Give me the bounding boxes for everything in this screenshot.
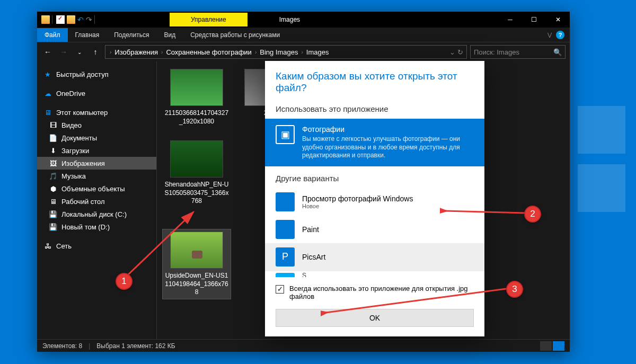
breadcrumb-seg[interactable]: Bing Images xyxy=(258,48,300,56)
sidebar-3d-objects[interactable]: ⬢Объемные объекты xyxy=(37,182,156,195)
breadcrumb-seg[interactable]: Images xyxy=(304,48,331,56)
app-more[interactable]: S xyxy=(265,271,484,277)
sidebar-this-pc[interactable]: 🖥Этот компьютер xyxy=(37,106,156,119)
breadcrumb-path[interactable]: › Изображения › Сохраненные фотографии ›… xyxy=(105,45,467,59)
ribbon-tab-share[interactable]: Поделиться xyxy=(107,28,156,42)
forward-button: → xyxy=(57,48,70,56)
file-item-selected[interactable]: UpsideDown_EN-US11104198464_1366x768 xyxy=(162,229,231,299)
sidebar-videos[interactable]: 🎞Видео xyxy=(37,119,156,131)
breadcrumb-seg[interactable]: Сохраненные фотографии xyxy=(164,48,253,56)
photos-icon: ▣ xyxy=(276,125,295,144)
app-picsart[interactable]: P PicsArt xyxy=(265,243,484,271)
app-name: Paint xyxy=(302,225,319,234)
search-box[interactable]: Поиск: Images 🔍 xyxy=(470,45,566,59)
app-desc: Вы можете с легкостью улучшать фотографи… xyxy=(302,135,474,160)
app-name: Просмотр фотографий Windows xyxy=(302,194,413,203)
annotation-badge-1: 1 xyxy=(116,273,132,290)
app-photos-recommended[interactable]: ▣ Фотографии Вы можете с легкостью улучш… xyxy=(265,119,484,166)
app-name: Фотографии xyxy=(302,125,474,134)
open-with-dialog: Каким образом вы хотите открыть этот фай… xyxy=(265,61,484,336)
back-button[interactable]: ← xyxy=(41,48,54,56)
folder-icon[interactable] xyxy=(41,15,50,24)
thumbnail xyxy=(170,232,223,269)
file-label: 211503668141704327_1920x1080 xyxy=(164,109,229,126)
address-bar: ← → ⌄ ↑ › Изображения › Сохраненные фото… xyxy=(37,42,570,61)
breadcrumb-seg[interactable]: Изображения xyxy=(112,48,160,56)
maximize-button[interactable]: ☐ xyxy=(522,12,546,28)
wpv-icon xyxy=(276,192,295,211)
ok-button[interactable]: OK xyxy=(276,309,474,327)
sidebar-local-disk-c[interactable]: 💾Локальный диск (C:) xyxy=(37,208,156,220)
file-item[interactable]: ShenandoahNP_EN-US1050580347­5_1366x768 xyxy=(162,138,231,208)
status-bar: Элементов: 8 | Выбран 1 элемент: 162 КБ xyxy=(37,339,570,352)
sidebar-desktop[interactable]: 🖥Рабочий стол xyxy=(37,195,156,208)
help-icon[interactable]: ? xyxy=(556,31,564,39)
file-menu[interactable]: Файл xyxy=(37,28,68,42)
app-paint[interactable]: Paint xyxy=(265,216,484,243)
checkbox-checked-icon[interactable]: ✓ xyxy=(276,285,284,294)
file-label: UpsideDown_EN-US11104198464_1366x768 xyxy=(165,272,228,297)
properties-icon[interactable] xyxy=(56,15,65,24)
paint-icon xyxy=(276,220,295,239)
sidebar-music[interactable]: 🎵Музыка xyxy=(37,170,156,182)
thumbnail xyxy=(170,69,223,106)
sidebar-network[interactable]: 🖧Сеть xyxy=(37,239,156,252)
ribbon-tab-home[interactable]: Главная xyxy=(68,28,107,42)
other-options-label: Другие варианты xyxy=(265,166,484,188)
sidebar-quick-access[interactable]: ★Быстрый доступ xyxy=(37,68,156,81)
item-count: Элементов: 8 xyxy=(42,342,82,350)
file-item[interactable]: 211503668141704327_1920x1080 xyxy=(162,67,231,128)
app-subtitle: Новое xyxy=(302,203,413,209)
up-button[interactable]: ↑ xyxy=(89,48,102,56)
window-title: Images xyxy=(279,16,300,23)
redo-icon: ↷ xyxy=(86,15,92,24)
sidebar-local-disk-d[interactable]: 💾Новый том (D:) xyxy=(37,220,156,233)
navigation-pane: ★Быстрый доступ ☁OneDrive 🖥Этот компьюте… xyxy=(37,61,157,339)
titlebar[interactable]: ↶ ↷ Управление Images ─ ☐ ✕ xyxy=(37,12,570,28)
ribbon-tab-view[interactable]: Вид xyxy=(156,28,183,42)
dialog-title: Каким образом вы хотите открыть этот фай… xyxy=(265,61,484,101)
search-icon: 🔍 xyxy=(553,48,562,56)
ribbon-collapse-icon[interactable]: ⋁ xyxy=(547,32,552,38)
use-this-app-label: Использовать это приложение xyxy=(265,101,484,119)
app-name: PicsArt xyxy=(302,253,325,261)
ribbon-tab-picture-tools[interactable]: Средства работы с рисунками xyxy=(183,28,287,42)
search-placeholder: Поиск: Images xyxy=(474,48,519,56)
thumbnail xyxy=(170,140,223,177)
new-folder-icon[interactable] xyxy=(67,15,75,24)
contextual-tab-label: Управление xyxy=(170,13,248,26)
annotation-badge-2: 2 xyxy=(524,206,541,223)
always-use-checkbox-row[interactable]: ✓ Всегда использовать это приложение для… xyxy=(265,277,484,305)
sidebar-onedrive[interactable]: ☁OneDrive xyxy=(37,87,156,100)
details-view-button[interactable] xyxy=(540,341,552,351)
thumbnails-view-button[interactable] xyxy=(553,341,564,351)
picsart-icon: P xyxy=(276,247,295,267)
minimize-button[interactable]: ─ xyxy=(498,12,522,28)
sidebar-documents[interactable]: 📄Документы xyxy=(37,131,156,144)
undo-icon[interactable]: ↶ xyxy=(77,15,84,24)
sidebar-downloads[interactable]: ⬇Загрузки xyxy=(37,144,156,157)
close-button[interactable]: ✕ xyxy=(546,12,570,28)
ribbon-tabs: Файл Главная Поделиться Вид Средства раб… xyxy=(37,28,570,42)
app-windows-photo-viewer[interactable]: Просмотр фотографий Windows Новое xyxy=(265,188,484,216)
annotation-badge-3: 3 xyxy=(506,281,523,298)
selection-info: Выбран 1 элемент: 162 КБ xyxy=(96,342,175,350)
always-use-label: Всегда использовать это приложение для о… xyxy=(289,285,474,300)
recent-dropdown[interactable]: ⌄ xyxy=(73,49,86,55)
file-label: ShenandoahNP_EN-US1050580347­5_1366x768 xyxy=(164,181,229,206)
sidebar-pictures[interactable]: 🖼Изображения xyxy=(37,157,156,170)
